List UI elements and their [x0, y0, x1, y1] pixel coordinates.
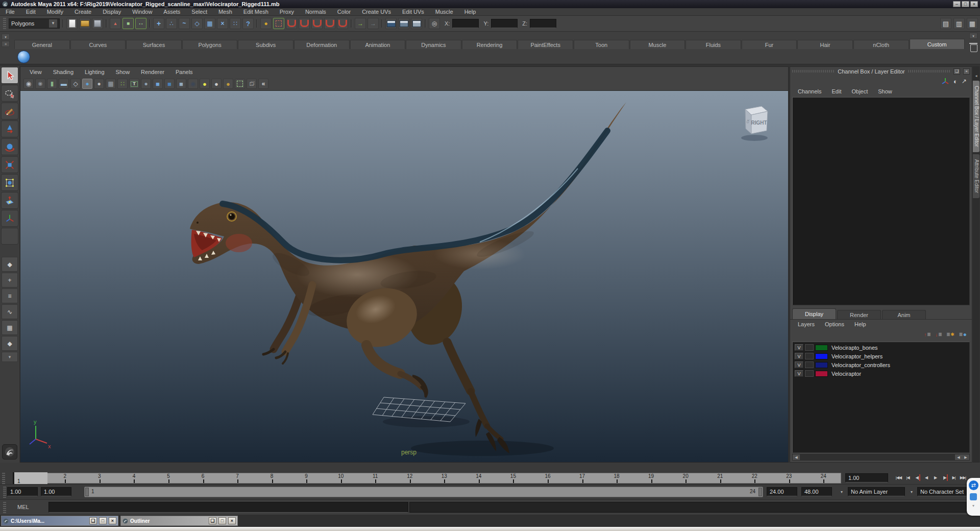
panel-toolbar-icon[interactable]: [247, 79, 257, 89]
animation-end-field[interactable]: 48.00: [801, 487, 832, 496]
chip-restore-icon[interactable]: ❏: [209, 517, 216, 524]
panel-menu-item[interactable]: Shading: [48, 69, 79, 75]
shelf-tab[interactable]: Toon: [574, 40, 629, 49]
grip-handle[interactable]: [3, 18, 6, 29]
panel-toolbar-icon[interactable]: [59, 79, 69, 89]
x-input[interactable]: [452, 19, 479, 28]
current-time-field[interactable]: 1.00: [845, 473, 888, 482]
panel-toolbar-icon[interactable]: [117, 79, 128, 89]
timeline-frame[interactable]: 8: [255, 473, 289, 483]
layer-type-box[interactable]: [805, 353, 814, 359]
character-set-field[interactable]: No Character Set: [917, 487, 971, 496]
menu-item[interactable]: Mesh: [213, 9, 238, 15]
range-start-handle[interactable]: [85, 488, 89, 496]
teamviewer-swap-icon[interactable]: ⇄: [969, 480, 978, 490]
playback-button[interactable]: |▶: [940, 473, 949, 482]
selection-mask-icon[interactable]: [242, 18, 254, 29]
layout-persp-graph-button[interactable]: ∿: [2, 304, 18, 319]
shelf-menu-icon[interactable]: ≡: [2, 41, 10, 47]
panel-toolbar-icon[interactable]: [211, 79, 222, 89]
tab-attribute-editor[interactable]: Attribute Editor: [973, 154, 979, 198]
layer-type-box[interactable]: [805, 344, 814, 351]
chip-close-icon[interactable]: ×: [228, 517, 236, 524]
shelf-tab[interactable]: Dynamics: [406, 40, 461, 49]
tab-channel-box[interactable]: Channel Box / Layer Editor: [973, 81, 979, 152]
shelf-tab[interactable]: Surfaces: [126, 40, 182, 49]
manipulator-mode-icon[interactable]: ↗: [962, 78, 967, 85]
timeline-frame[interactable]: 6: [186, 473, 220, 483]
channel-box-menu-item[interactable]: Show: [873, 88, 897, 94]
timeline-frame[interactable]: 15: [496, 473, 531, 483]
channel-box-menu-item[interactable]: Object: [847, 88, 872, 94]
menu-item[interactable]: Create: [69, 9, 97, 15]
panel-toolbar-icon[interactable]: [235, 79, 245, 89]
lock-icon[interactable]: [260, 18, 272, 29]
shelf-options-icon[interactable]: ▾: [969, 33, 977, 39]
panel-close-icon[interactable]: ×: [963, 68, 970, 75]
file-icon[interactable]: [92, 18, 103, 29]
panel-toolbar-icon[interactable]: [47, 79, 57, 89]
playback-button[interactable]: |◀◀: [894, 473, 903, 482]
layer-name[interactable]: Velocirapto_bones: [829, 345, 878, 351]
layer-color-swatch[interactable]: [815, 362, 828, 368]
selection-mode-icon[interactable]: [122, 18, 134, 29]
separator[interactable]: [61, 17, 65, 30]
menu-item[interactable]: Proxy: [274, 9, 300, 15]
timeline-frame[interactable]: 22: [737, 473, 772, 483]
select-tool-button[interactable]: [1, 67, 18, 84]
command-line-input[interactable]: [48, 502, 408, 513]
snap-magnet-icon[interactable]: [324, 18, 335, 29]
layer-type-box[interactable]: [805, 370, 814, 377]
selection-mask-icon[interactable]: [166, 18, 177, 29]
menu-item[interactable]: Color: [332, 9, 356, 15]
separator[interactable]: [105, 17, 108, 30]
timeline-frame[interactable]: 21: [703, 473, 738, 483]
teamviewer-icon[interactable]: [970, 493, 977, 500]
panel-toolbar-icon[interactable]: [106, 79, 116, 89]
panel-toolbar-icon[interactable]: [94, 79, 104, 89]
layer-color-swatch[interactable]: [815, 345, 828, 351]
shelf-tab[interactable]: Polygons: [182, 40, 238, 49]
snap-magnet-icon[interactable]: [337, 18, 348, 29]
render-icon[interactable]: [398, 18, 409, 29]
plugin-creature-icon[interactable]: [2, 444, 17, 460]
panel-toolbar-icon[interactable]: [82, 79, 92, 89]
layer-type-box[interactable]: [805, 361, 814, 368]
menu-set-select[interactable]: Polygons ▾: [9, 18, 60, 29]
viewport-3d[interactable]: persp y x RIGHT: [20, 90, 788, 462]
layout-menu-button[interactable]: ▾: [2, 352, 18, 362]
panel-toolbar-icon[interactable]: [70, 79, 81, 89]
timeline-frame[interactable]: 13: [427, 473, 462, 483]
panel-menu-item[interactable]: Show: [111, 69, 135, 75]
soft-modification-button[interactable]: [1, 192, 18, 209]
panel-menu-item[interactable]: View: [24, 69, 47, 75]
shelf-item-sphere-icon[interactable]: [17, 51, 30, 63]
anim-layer-field[interactable]: No Anim Layer: [848, 487, 905, 496]
trash-icon[interactable]: [969, 42, 978, 52]
layer-name[interactable]: Velociraptor_helpers: [829, 353, 883, 359]
selection-mask-icon[interactable]: [179, 18, 190, 29]
shelf-tab[interactable]: Muscle: [630, 40, 685, 49]
timeline-frame[interactable]: 16: [530, 473, 565, 483]
selection-mode-icon[interactable]: [135, 18, 146, 29]
layer-name[interactable]: Velociraptor: [829, 371, 861, 377]
timeline-frame[interactable]: 20: [668, 473, 703, 483]
character-set-dropdown-icon[interactable]: ▾: [907, 487, 916, 496]
move-layer-down-icon[interactable]: ↓≡: [935, 331, 942, 338]
layout-outliner-persp-button[interactable]: ≡: [2, 288, 18, 303]
history-icon[interactable]: [368, 18, 379, 29]
panel-toolbar-icon[interactable]: [35, 79, 45, 89]
scroll-right-icon[interactable]: ▶: [962, 454, 969, 460]
quick-selection-icon[interactable]: [429, 18, 440, 29]
menu-item[interactable]: Edit: [20, 9, 41, 15]
new-layer-assigned-icon[interactable]: ≡●: [959, 331, 967, 338]
panel-toggle-icon[interactable]: [953, 18, 965, 29]
range-end-handle[interactable]: [758, 488, 762, 496]
shelf-tab[interactable]: Animation: [350, 40, 406, 49]
scroll-left-icon[interactable]: ◀: [793, 454, 800, 460]
layout-persp-outliner-graph-button[interactable]: ◆: [2, 336, 18, 351]
menu-item[interactable]: Edit Mesh: [238, 9, 274, 15]
render-icon[interactable]: [411, 18, 422, 29]
panel-toolbar-icon[interactable]: [141, 79, 151, 89]
range-slider-track[interactable]: 1 24: [84, 487, 763, 497]
